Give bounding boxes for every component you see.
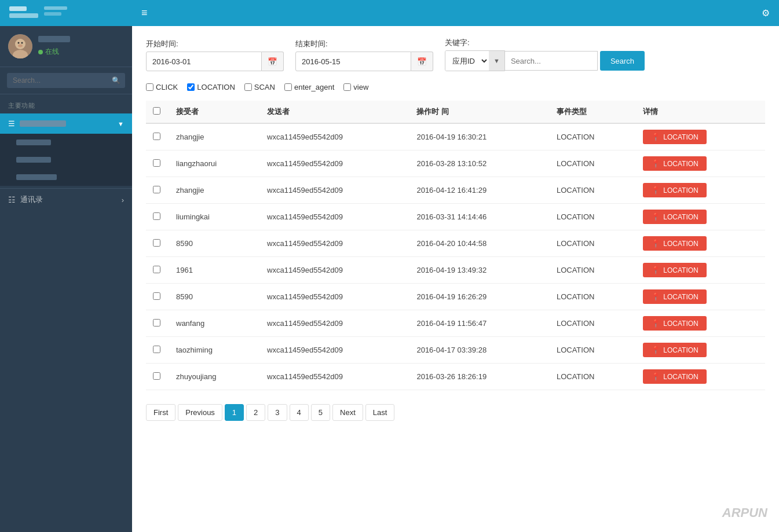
sidebar-contacts[interactable]: ☷ 通讯录 › [0,188,132,211]
row-checkbox-8[interactable] [153,346,160,353]
checkbox-click-input[interactable] [146,83,153,91]
sidebar-item-main[interactable]: ☰ ▼ [0,113,132,134]
row-detail-5: 📍 LOCATION [636,257,765,284]
row-time-4: 2016-04-20 10:44:58 [409,230,550,257]
table-header-row: 接受者 发送者 操作时 间 事件类型 详情 [146,101,765,123]
row-time-3: 2016-03-31 14:14:46 [409,204,550,230]
row-sender-8: wxca11459ed5542d09 [260,337,409,364]
location-btn-6[interactable]: 📍 LOCATION [643,289,706,304]
checkbox-enter-agent-input[interactable] [284,83,292,91]
checkbox-location[interactable]: LOCATION [187,83,235,91]
location-btn-3[interactable]: 📍 LOCATION [643,210,706,224]
row-checkbox-7[interactable] [153,319,160,326]
row-checkbox-0[interactable] [153,133,160,140]
keyword-type-select[interactable]: 应用ID [445,51,489,71]
end-date-group: 结束时间: 📅 [295,39,433,71]
status-label: 在线 [45,47,59,57]
page-last-btn[interactable]: Last [365,404,395,421]
checkbox-scan[interactable]: SCAN [244,83,275,91]
pin-icon-5: 📍 [651,266,660,274]
pin-icon-9: 📍 [651,372,660,381]
location-btn-9[interactable]: 📍 LOCATION [643,369,706,384]
location-btn-label-8: LOCATION [663,346,698,354]
keyword-select-wrap: 应用ID ▼ [445,50,505,71]
page-btn-5[interactable]: 5 [311,404,330,421]
sidebar-subitem-3[interactable] [0,168,132,186]
row-event-0: LOCATION [550,123,636,151]
location-btn-7[interactable]: 📍 LOCATION [643,316,706,331]
col-sender: 发送者 [260,101,409,123]
location-btn-label-6: LOCATION [663,293,698,301]
select-all-checkbox[interactable] [153,107,160,115]
page-btn-2[interactable]: 2 [246,404,265,421]
table-row: 8590 wxca11459ed5542d09 2016-04-19 16:26… [146,284,765,310]
row-event-1: LOCATION [550,151,636,177]
location-btn-1[interactable]: 📍 LOCATION [643,156,706,171]
col-detail: 详情 [636,101,765,123]
checkbox-click[interactable]: CLICK [146,83,178,91]
row-receiver-5: 1961 [169,257,260,284]
sidebar-subitem-1[interactable] [0,134,132,151]
row-checkbox-3[interactable] [153,212,160,220]
table-row: zhangjie wxca11459ed5542d09 2016-04-19 1… [146,123,765,151]
row-receiver-1: liangzhaorui [169,151,260,177]
page-btn-1[interactable]: 1 [225,404,244,421]
menu-label-redacted [20,120,66,127]
sidebar-search-input[interactable] [7,73,125,88]
checkbox-view-input[interactable] [343,83,351,91]
user-status: 在线 [38,47,70,57]
location-btn-5[interactable]: 📍 LOCATION [643,263,706,277]
page-btn-4[interactable]: 4 [290,404,309,421]
subitem-label-2 [16,157,51,163]
page-btn-3[interactable]: 3 [268,404,287,421]
keyword-text-input[interactable] [505,51,598,71]
sidebar-user-section: 在线 [0,26,132,67]
row-receiver-0: zhangjie [169,123,260,151]
location-btn-4[interactable]: 📍 LOCATION [643,236,706,251]
status-dot [38,50,43,54]
sidebar-subitem-2[interactable] [0,151,132,168]
table-row: wanfang wxca11459ed5542d09 2016-04-19 11… [146,310,765,337]
page-first-btn[interactable]: First [146,404,175,421]
checkbox-scan-input[interactable] [244,83,252,91]
svg-point-10 [18,42,20,44]
location-btn-label-1: LOCATION [663,160,698,168]
table-row: zhangjie wxca11459ed5542d09 2016-04-12 1… [146,177,765,204]
checkbox-enter-agent-label: enter_agent [294,83,334,91]
row-event-4: LOCATION [550,230,636,257]
location-btn-label-7: LOCATION [663,320,698,328]
location-btn-0[interactable]: 📍 LOCATION [643,130,706,144]
row-checkbox-1[interactable] [153,159,160,167]
location-btn-8[interactable]: 📍 LOCATION [643,343,706,357]
start-date-calendar-btn[interactable]: 📅 [262,52,284,71]
row-checkbox-2[interactable] [153,186,160,193]
page-next-btn[interactable]: Next [332,404,363,421]
subitem-label-3 [16,174,57,180]
col-event: 事件类型 [550,101,636,123]
settings-icon[interactable]: ⚙ [762,8,770,19]
page-prev-btn[interactable]: Previous [178,404,222,421]
start-date-label: 开始时间: [146,39,284,49]
row-select-8 [146,337,169,364]
location-btn-2[interactable]: 📍 LOCATION [643,183,706,197]
pin-icon-7: 📍 [651,319,660,328]
checkbox-enter-agent[interactable]: enter_agent [284,83,334,91]
end-date-calendar-btn[interactable]: 📅 [411,52,433,71]
location-btn-label-3: LOCATION [663,213,698,221]
end-date-input[interactable] [295,52,411,71]
row-detail-8: 📍 LOCATION [636,337,765,364]
hamburger-icon[interactable]: ≡ [141,7,148,19]
search-button[interactable]: Search [600,51,645,71]
location-btn-label-0: LOCATION [663,133,698,141]
checkboxes-row: CLICK LOCATION SCAN enter_agent view [146,83,765,91]
row-checkbox-6[interactable] [153,292,160,300]
svg-rect-3 [44,12,61,16]
checkbox-location-input[interactable] [187,83,195,91]
table-body: zhangjie wxca11459ed5542d09 2016-04-19 1… [146,123,765,390]
checkbox-view[interactable]: view [343,83,368,91]
start-date-input[interactable] [146,52,262,71]
row-checkbox-5[interactable] [153,266,160,273]
row-select-0 [146,123,169,151]
row-checkbox-9[interactable] [153,372,160,380]
row-checkbox-4[interactable] [153,239,160,247]
